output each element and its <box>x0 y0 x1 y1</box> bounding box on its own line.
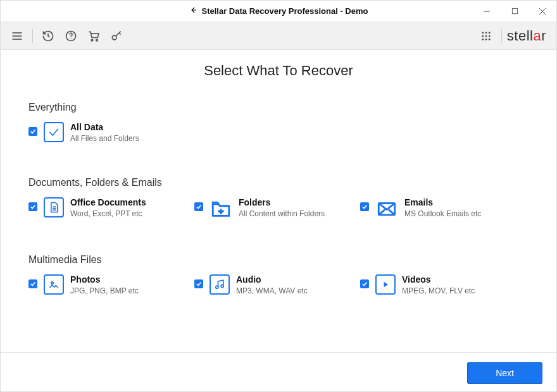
option-audio[interactable]: Audio MP3, WMA, WAV etc <box>194 274 360 295</box>
page-title: Select What To Recover <box>28 63 529 79</box>
checkmark-icon <box>44 122 64 142</box>
option-subtitle: MP3, WMA, WAV etc <box>236 286 308 295</box>
checkbox-all-data[interactable] <box>28 127 37 136</box>
svg-point-19 <box>485 38 487 40</box>
checkbox-videos[interactable] <box>360 279 369 288</box>
svg-point-26 <box>216 286 218 288</box>
svg-point-9 <box>91 39 93 40</box>
svg-point-16 <box>485 35 487 37</box>
section-media-label: Multimedia Files <box>28 254 529 266</box>
maximize-button[interactable] <box>501 1 529 22</box>
minimize-button[interactable] <box>473 1 501 22</box>
apps-button[interactable] <box>476 26 496 46</box>
menu-button[interactable] <box>7 26 27 46</box>
audio-icon <box>210 274 230 295</box>
cart-button[interactable] <box>84 26 104 46</box>
key-button[interactable] <box>106 26 127 46</box>
svg-point-27 <box>221 285 223 287</box>
option-title: Folders <box>239 197 325 208</box>
option-subtitle: JPG, PNG, BMP etc <box>70 286 139 295</box>
svg-point-12 <box>482 32 484 34</box>
content: Select What To Recover Everything All Da… <box>1 50 556 352</box>
option-title: Office Documents <box>70 197 146 208</box>
document-icon <box>44 197 64 217</box>
svg-rect-1 <box>512 8 517 13</box>
option-subtitle: All Content within Folders <box>239 209 325 218</box>
help-button[interactable] <box>61 26 81 46</box>
checkbox-folders[interactable] <box>194 202 203 211</box>
svg-point-25 <box>51 282 53 284</box>
window-title: Stellar Data Recovery Professional - Dem… <box>202 6 368 16</box>
toolbar: stellar <box>1 22 556 50</box>
toolbar-separator <box>32 29 33 43</box>
svg-point-13 <box>485 32 487 34</box>
titlebar: Stellar Data Recovery Professional - Dem… <box>1 1 556 22</box>
toolbar-separator <box>501 29 502 43</box>
option-subtitle: All Files and Folders <box>70 134 139 143</box>
option-emails[interactable]: Emails MS Outlook Emails etc <box>360 197 526 220</box>
option-subtitle: MPEG, MOV, FLV etc <box>402 286 475 295</box>
svg-point-8 <box>70 38 71 39</box>
svg-point-10 <box>96 39 98 40</box>
toolbar-left <box>7 26 127 46</box>
window-title-wrap: Stellar Data Recovery Professional - Dem… <box>189 6 368 16</box>
checkbox-office[interactable] <box>28 202 37 211</box>
svg-marker-28 <box>384 282 389 287</box>
svg-point-17 <box>489 35 491 37</box>
option-subtitle: Word, Excel, PPT etc <box>70 209 146 218</box>
toolbar-right: stellar <box>476 26 550 46</box>
svg-point-14 <box>489 32 491 34</box>
option-title: Audio <box>236 274 308 285</box>
section-everything: All Data All Files and Folders <box>28 122 529 143</box>
close-button[interactable] <box>529 1 556 22</box>
option-folders[interactable]: Folders All Content within Folders <box>194 197 360 220</box>
window-controls <box>473 1 556 21</box>
option-title: Videos <box>402 274 475 285</box>
svg-point-18 <box>482 38 484 40</box>
history-button[interactable] <box>38 26 58 46</box>
email-icon <box>375 197 398 220</box>
option-title: All Data <box>70 122 139 133</box>
next-button[interactable]: Next <box>467 362 542 384</box>
option-all-data[interactable]: All Data All Files and Folders <box>28 122 194 143</box>
footer: Next <box>1 352 556 392</box>
option-title: Emails <box>404 197 481 208</box>
folder-icon <box>210 197 232 220</box>
photo-icon <box>44 274 64 295</box>
option-photos[interactable]: Photos JPG, PNG, BMP etc <box>28 274 194 295</box>
option-videos[interactable]: Videos MPEG, MOV, FLV etc <box>360 274 526 295</box>
section-media: Photos JPG, PNG, BMP etc Audio MP3, WMA,… <box>28 274 529 295</box>
brand-logo: stellar <box>507 28 550 44</box>
checkbox-emails[interactable] <box>360 202 369 211</box>
checkbox-audio[interactable] <box>194 279 203 288</box>
svg-point-15 <box>482 35 484 37</box>
checkbox-photos[interactable] <box>28 279 37 288</box>
section-docs-label: Documents, Folders & Emails <box>28 177 529 188</box>
option-title: Photos <box>70 274 139 285</box>
video-icon <box>375 274 396 295</box>
option-subtitle: MS Outlook Emails etc <box>404 209 481 218</box>
svg-point-11 <box>112 35 116 40</box>
option-office-documents[interactable]: Office Documents Word, Excel, PPT etc <box>28 197 194 220</box>
svg-point-20 <box>489 38 491 40</box>
section-docs: Office Documents Word, Excel, PPT etc Fo… <box>28 197 529 220</box>
section-everything-label: Everything <box>28 102 529 113</box>
back-arrow-icon <box>189 6 198 16</box>
